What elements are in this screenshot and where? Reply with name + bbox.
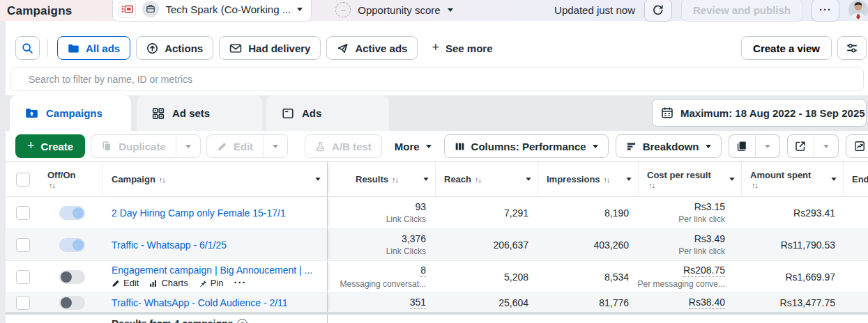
sort-icon: ↑↓ [648, 181, 655, 189]
header-campaign[interactable]: Campaign ↑↓ [103, 162, 328, 196]
columns-button[interactable]: Columns: Performance [444, 134, 609, 158]
export-button[interactable] [787, 134, 814, 158]
account-selector[interactable]: Tech Spark (Co-Working ... [112, 0, 312, 22]
filter-pill-active-ads[interactable]: Active ads [326, 36, 418, 60]
campaign-toggle[interactable] [59, 270, 85, 284]
more-options-button[interactable]: ··· [812, 0, 839, 22]
chevron-down-icon [526, 178, 531, 181]
search-filter-button[interactable] [15, 36, 40, 60]
breakdown-label: Breakdown [643, 141, 699, 152]
tab-label: Campaigns [46, 107, 102, 119]
filter-pill-actions[interactable]: Actions [136, 36, 213, 60]
row-charts-action[interactable]: Charts [149, 278, 188, 288]
cost-value[interactable]: Rs208.75 [683, 265, 725, 277]
create-label: Create [41, 141, 74, 152]
results-value[interactable]: 8 [420, 265, 426, 277]
header-amount-spent[interactable]: Amount spent ↑↓ [742, 162, 844, 196]
see-more-label: See more [446, 42, 493, 54]
duplicate-button[interactable]: Duplicate [91, 134, 176, 158]
results-value[interactable]: 351 [410, 297, 426, 309]
create-button[interactable]: + Create [15, 134, 85, 158]
header-label: Reach [444, 174, 471, 184]
info-icon[interactable]: ? [237, 319, 248, 323]
row-checkbox[interactable] [16, 238, 30, 252]
campaigns-table: Off/On ↑↓ Campaign ↑↓ Results ↑↓ Reach ↑… [6, 162, 868, 312]
row-select-cell [6, 293, 40, 312]
header-impressions[interactable]: Impressions ↑↓ [538, 162, 639, 196]
edit-dropdown[interactable] [263, 134, 288, 158]
sort-icon: ↑↓ [475, 175, 481, 184]
review-and-publish-button[interactable]: Review and publish [681, 0, 802, 22]
summary-row: Results from 4 campaigns ? [6, 315, 868, 323]
chevron-down-icon [448, 8, 453, 12]
tab-campaigns[interactable]: Campaigns [10, 95, 131, 131]
campaign-toggle[interactable] [59, 206, 85, 220]
cost-value: Rs3.49 [694, 233, 725, 244]
campaign-link[interactable]: Traffic- WhatsApp - Cold Audience - 2/11 [112, 297, 288, 308]
more-button[interactable]: More [388, 134, 439, 158]
filter-pill-all-ads[interactable]: All ads [57, 36, 130, 60]
avatar[interactable] [848, 0, 868, 19]
edit-label: Edit [234, 141, 253, 152]
summary-label: Results from 4 campaigns [112, 318, 233, 323]
toggle-knob [73, 207, 84, 219]
search-icon [22, 42, 33, 54]
header-cost-per-result[interactable]: Cost per result ↑↓ [639, 162, 742, 196]
reach-cell: 25,604 [436, 293, 538, 312]
results-cell: 351 [328, 293, 436, 312]
chevron-down-icon [423, 178, 428, 181]
header-off-on[interactable]: Off/On ↑↓ [40, 162, 103, 196]
toggle-knob [61, 271, 72, 283]
see-more-button[interactable]: + See more [423, 36, 501, 60]
search-row [6, 65, 868, 95]
create-a-view-button[interactable]: Create a view [741, 36, 832, 60]
pin-icon [199, 279, 207, 287]
row-checkbox[interactable] [16, 206, 30, 220]
results-cell: 8Messaging conversat... [328, 261, 436, 292]
cost-type: Per messaging conve... [638, 279, 725, 289]
campaign-toggle[interactable] [59, 296, 85, 310]
filter-pill-label: Active ads [355, 42, 407, 54]
refresh-icon [652, 4, 664, 16]
date-range-label: Maximum: 18 Aug 2022 - 18 Sep 2025 [680, 107, 865, 119]
edit-button[interactable]: Edit [206, 134, 263, 158]
row-edit-action[interactable]: Edit [112, 278, 139, 288]
row-checkbox[interactable] [16, 296, 30, 310]
reports-dropdown[interactable] [755, 134, 780, 158]
duplicate-dropdown[interactable] [176, 134, 201, 158]
header-end[interactable]: End [844, 162, 868, 196]
row-more-action[interactable]: ··· [234, 277, 247, 289]
duplicate-label: Duplicate [119, 141, 166, 152]
results-type: Messaging conversat... [340, 279, 426, 289]
export-dropdown[interactable] [814, 134, 839, 158]
filter-settings-button[interactable] [837, 36, 867, 60]
header-label: Impressions [547, 174, 600, 184]
results-value[interactable]: 3,376 [402, 233, 426, 244]
breakdown-button[interactable]: Breakdown [616, 134, 722, 158]
search-input[interactable] [10, 67, 864, 91]
ab-test-button[interactable]: A/B test [305, 134, 382, 158]
campaign-toggle[interactable] [59, 238, 85, 252]
header-reach[interactable]: Reach ↑↓ [436, 162, 538, 196]
impressions-value: 403,260 [593, 239, 629, 251]
header-results[interactable]: Results ↑↓ [328, 162, 436, 196]
toolbar-right: Columns: Performance Breakdown [444, 134, 864, 158]
campaign-link[interactable]: Traffic - Whatsapp - 6/1/25 [112, 239, 227, 251]
select-all-checkbox[interactable] [16, 173, 30, 187]
refresh-button[interactable] [644, 0, 672, 22]
row-checkbox[interactable] [16, 270, 30, 284]
date-range-selector[interactable]: Maximum: 18 Aug 2022 - 18 Sep 2025 [652, 99, 867, 127]
campaign-link[interactable]: Engagement campaign | Big Annoucement | … [112, 265, 312, 276]
charts-panel-button[interactable] [846, 134, 868, 158]
row-select-cell [6, 197, 40, 228]
results-value[interactable]: 93 [415, 201, 426, 212]
campaign-link[interactable]: 2 Day Hiring Camp only Female 15-17/1 [112, 207, 286, 219]
tab-ad-sets[interactable]: Ad sets [137, 95, 262, 131]
reports-button[interactable] [729, 134, 755, 158]
cost-value[interactable]: Rs38.40 [689, 297, 725, 309]
row-pin-action[interactable]: Pin [199, 278, 224, 288]
tab-ads[interactable]: Ads [266, 95, 389, 131]
opportunity-score-selector[interactable]: -- Opportunity score [335, 2, 452, 17]
filter-pill-had-delivery[interactable]: Had delivery [219, 36, 321, 60]
opportunity-score-badge: -- [335, 2, 351, 17]
